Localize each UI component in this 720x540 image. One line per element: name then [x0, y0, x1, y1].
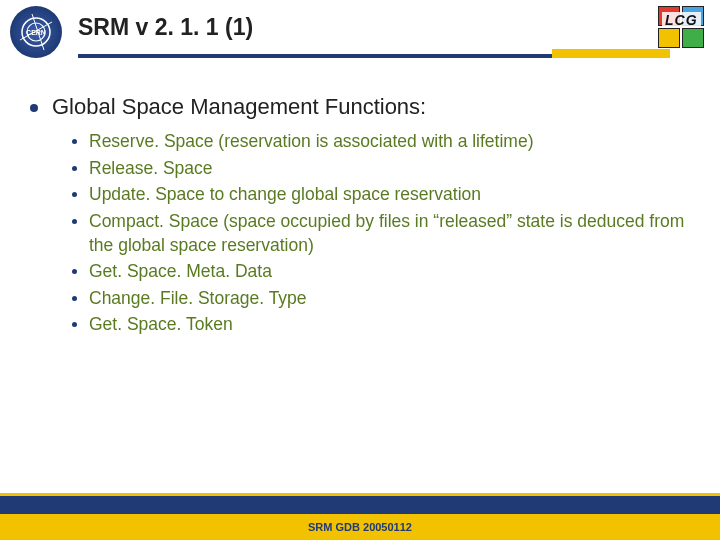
slide-header: CERN SRM v 2. 1. 1 (1) LCG — [0, 0, 720, 64]
bullet-dot-icon — [72, 166, 77, 171]
bullet-dot-icon — [72, 322, 77, 327]
bullet-dot-icon — [72, 296, 77, 301]
list-item: Compact. Space (space occupied by files … — [72, 210, 690, 257]
cern-logo: CERN — [10, 6, 62, 58]
bullet-dot-icon — [72, 139, 77, 144]
title-underline-yellow — [552, 49, 670, 58]
bullet-dot-icon — [30, 104, 38, 112]
footer-bar: SRM GDB 20050112 — [0, 514, 720, 540]
list-item: Update. Space to change global space res… — [72, 183, 690, 207]
lcg-label: LCG — [662, 12, 701, 28]
lcg-logo: LCG — [658, 6, 710, 52]
list-item: Release. Space — [72, 157, 690, 181]
footer-band — [0, 496, 720, 514]
list-item: Get. Space. Meta. Data — [72, 260, 690, 284]
list-item: Change. File. Storage. Type — [72, 287, 690, 311]
slide-body: Global Space Management Functions: Reser… — [0, 64, 720, 337]
sub-bullet-text: Reserve. Space (reservation is associate… — [89, 130, 534, 154]
bullet-dot-icon — [72, 269, 77, 274]
sub-bullet-text: Release. Space — [89, 157, 213, 181]
sub-bullet-text: Update. Space to change global space res… — [89, 183, 481, 207]
list-item: Get. Space. Token — [72, 313, 690, 337]
main-bullet-text: Global Space Management Functions: — [52, 94, 426, 120]
sub-bullet-text: Get. Space. Meta. Data — [89, 260, 272, 284]
slide: CERN SRM v 2. 1. 1 (1) LCG Global Space … — [0, 0, 720, 540]
bullet-dot-icon — [72, 192, 77, 197]
sub-bullet-list: Reserve. Space (reservation is associate… — [72, 130, 690, 337]
list-item: Reserve. Space (reservation is associate… — [72, 130, 690, 154]
title-underline-blue — [78, 54, 552, 58]
sub-bullet-text: Get. Space. Token — [89, 313, 233, 337]
bullet-dot-icon — [72, 219, 77, 224]
sub-bullet-text: Change. File. Storage. Type — [89, 287, 307, 311]
sub-bullet-text: Compact. Space (space occupied by files … — [89, 210, 690, 257]
slide-title: SRM v 2. 1. 1 (1) — [78, 14, 253, 41]
footer-text: SRM GDB 20050112 — [308, 521, 412, 533]
svg-text:CERN: CERN — [26, 29, 46, 36]
main-bullet: Global Space Management Functions: — [30, 94, 690, 120]
